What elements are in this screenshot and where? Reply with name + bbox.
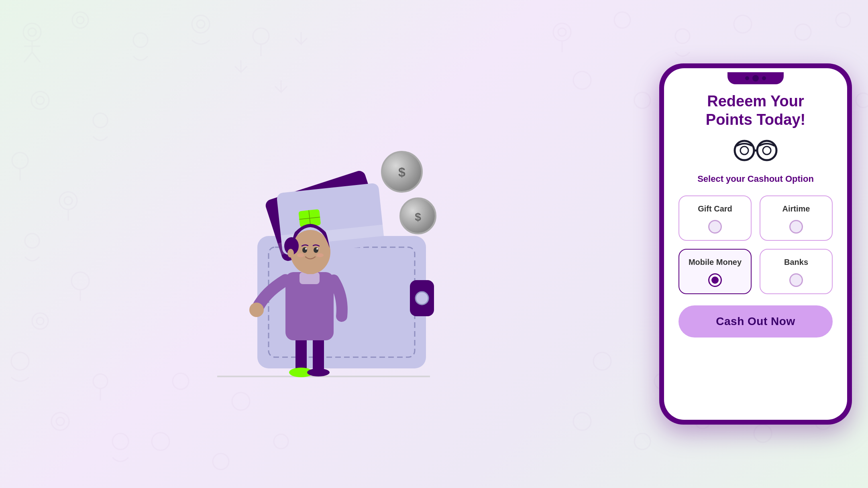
phone-title: Redeem Your Points Today! — [706, 92, 805, 129]
wallet-scene: $ $ — [205, 104, 438, 384]
option-airtime[interactable]: Airtime — [760, 195, 833, 241]
illustration-side: $ $ — [16, 16, 627, 472]
svg-text:$: $ — [398, 165, 405, 179]
svg-point-97 — [740, 146, 748, 155]
option-banks[interactable]: Banks — [760, 249, 833, 294]
option-mobile-money-label: Mobile Money — [689, 258, 742, 267]
phone-screen: Redeem Your Points Today! — [664, 68, 847, 420]
svg-rect-78 — [313, 336, 324, 372]
svg-point-83 — [249, 303, 264, 317]
phone-side: Redeem Your Points Today! — [659, 63, 852, 425]
svg-point-89 — [305, 248, 307, 250]
svg-point-98 — [763, 146, 771, 155]
radio-banks[interactable] — [789, 273, 803, 287]
radio-mobile-money[interactable] — [708, 273, 722, 287]
illustration-svg: $ $ — [205, 104, 438, 384]
svg-point-93 — [287, 249, 294, 258]
option-gift-card[interactable]: Gift Card — [679, 195, 752, 241]
phone-notch — [727, 72, 784, 84]
title-line1: Redeem Your — [707, 93, 804, 110]
notch-dot-1 — [745, 76, 749, 80]
phone-frame: Redeem Your Points Today! — [659, 63, 852, 425]
infinity-icon — [731, 138, 780, 163]
notch-dot-2 — [762, 76, 766, 80]
option-mobile-money[interactable]: Mobile Money — [679, 249, 752, 294]
svg-text:$: $ — [415, 211, 421, 223]
select-label: Select your Cashout Option — [697, 174, 814, 184]
cashout-options-grid: Gift Card Airtime Mobile Money — [679, 195, 833, 294]
svg-point-90 — [316, 248, 318, 250]
title-line2: Points Today! — [706, 111, 805, 128]
option-gift-card-label: Gift Card — [698, 204, 732, 214]
radio-gift-card[interactable] — [708, 220, 722, 234]
svg-point-91 — [297, 253, 304, 257]
svg-point-65 — [416, 292, 428, 305]
cash-out-now-button[interactable]: Cash Out Now — [679, 305, 833, 338]
option-banks-label: Banks — [784, 258, 808, 267]
svg-rect-77 — [295, 336, 307, 372]
radio-airtime[interactable] — [789, 220, 803, 234]
option-airtime-label: Airtime — [782, 204, 810, 214]
svg-point-92 — [316, 253, 324, 257]
notch-dot-camera — [752, 75, 759, 81]
svg-point-88 — [314, 247, 318, 253]
svg-point-87 — [302, 247, 307, 253]
svg-point-80 — [307, 368, 330, 376]
main-container: $ $ — [0, 0, 868, 488]
